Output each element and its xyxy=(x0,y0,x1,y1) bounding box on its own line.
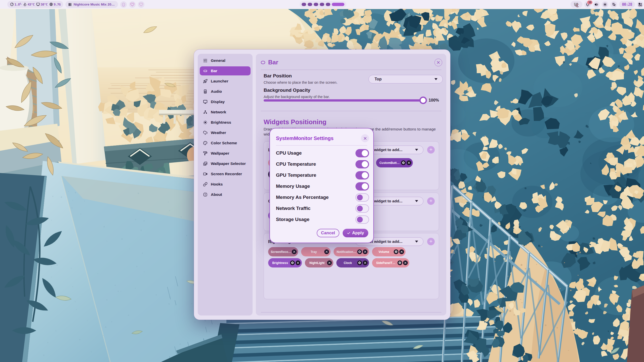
workspace-dot[interactable] xyxy=(308,3,312,6)
widget-chip-tray[interactable]: Tray xyxy=(301,247,331,256)
widget-settings-button[interactable] xyxy=(357,260,362,265)
workspaces-widget xyxy=(300,1,346,8)
info-icon xyxy=(203,192,208,197)
memory-as-percentage-toggle[interactable] xyxy=(355,193,369,202)
network-traffic-toggle[interactable] xyxy=(355,204,369,213)
widget-settings-button[interactable] xyxy=(401,160,406,165)
heart-icon xyxy=(139,3,143,7)
widget-chip-volume[interactable]: Volume xyxy=(372,247,406,256)
remove-widget-button[interactable] xyxy=(296,260,300,265)
close-page-button[interactable] xyxy=(434,59,442,66)
widget-chip-customubutton[interactable]: CustomButt… xyxy=(376,158,413,167)
remove-widget-button[interactable] xyxy=(363,260,368,265)
cava-button[interactable] xyxy=(120,1,127,8)
sliders-icon xyxy=(203,58,208,63)
storage-usage-toggle[interactable] xyxy=(355,215,369,224)
sidebar-item-color-scheme[interactable]: Color Scheme xyxy=(200,139,251,148)
pause-icon xyxy=(69,3,71,6)
widget-chip-nightlight[interactable]: NightLight xyxy=(305,258,333,267)
memory-usage-toggle[interactable] xyxy=(355,182,369,191)
bar-position-select[interactable]: Top xyxy=(369,75,443,83)
favorite-button-2[interactable] xyxy=(138,1,144,8)
sidebar-item-launcher[interactable]: Launcher xyxy=(200,77,251,86)
widget-settings-button[interactable] xyxy=(394,249,398,254)
background-opacity-slider[interactable]: 100% xyxy=(264,96,439,105)
widget-chip-notifications[interactable]: Notification… xyxy=(334,247,369,256)
remove-widget-button[interactable] xyxy=(403,260,408,265)
brightness-button[interactable] xyxy=(602,1,608,8)
sidebar-item-audio[interactable]: Audio xyxy=(200,87,251,96)
widget-settings-button[interactable] xyxy=(397,260,402,265)
widget-settings-button[interactable] xyxy=(290,260,295,265)
cpu-usage-toggle[interactable] xyxy=(355,149,369,157)
sidebar-item-general[interactable]: General xyxy=(200,56,251,65)
topbar-center-group xyxy=(300,1,346,8)
workspace-dot[interactable] xyxy=(326,3,330,6)
system-tray[interactable] xyxy=(571,1,582,8)
sidebar-item-bar[interactable]: Bar xyxy=(200,66,251,75)
remove-widget-button[interactable] xyxy=(324,249,329,254)
clock-widget[interactable]: 00:28 xyxy=(619,1,635,8)
notifications-button[interactable]: 10 xyxy=(584,1,591,8)
sidebar-item-about[interactable]: About xyxy=(200,190,251,199)
sidebar-item-network[interactable]: Network xyxy=(200,108,251,117)
dashboard-button[interactable] xyxy=(637,1,643,8)
sidebar-item-wallpaper[interactable]: Wallpaper xyxy=(200,149,251,158)
widget-chip-label: ScreenReco… xyxy=(270,250,292,254)
divider xyxy=(261,70,441,70)
remove-widget-button[interactable] xyxy=(399,249,404,254)
slider-knob[interactable] xyxy=(419,97,427,104)
pill-icon xyxy=(261,61,265,64)
sidebar-item-hooks[interactable]: Hooks xyxy=(200,180,251,189)
volume-button[interactable] xyxy=(593,1,600,8)
network-icon xyxy=(203,110,208,114)
cancel-button[interactable]: Cancel xyxy=(317,229,339,237)
sidebar-item-brightness[interactable]: Brightness xyxy=(200,118,251,127)
video-camera-icon xyxy=(203,172,208,176)
sidebar-item-wallpaper-selector[interactable]: Wallpaper Selector xyxy=(200,159,251,168)
workspace-dot[interactable] xyxy=(302,3,306,6)
apply-button[interactable]: Apply xyxy=(343,229,368,237)
media-player-widget[interactable]: Nightcore Music Mix 20… xyxy=(65,1,118,8)
memory-value: 9.7G xyxy=(54,3,60,6)
chevron-down-icon xyxy=(434,78,437,80)
widget-chip-label: NightLight xyxy=(307,261,327,265)
remove-widget-button[interactable] xyxy=(292,249,297,254)
palette-icon xyxy=(203,141,208,145)
cpu-temperature-toggle[interactable] xyxy=(355,160,369,168)
nightlight-button[interactable] xyxy=(611,1,617,8)
center-widgets-add-button[interactable]: + xyxy=(427,197,435,205)
widget-chip-brightness[interactable]: Brightness xyxy=(268,258,302,267)
workspace-active[interactable] xyxy=(332,3,344,6)
sidebar-item-display[interactable]: Display xyxy=(200,97,251,106)
favorite-button[interactable] xyxy=(129,1,136,8)
pause-bar xyxy=(70,3,71,6)
sun-icon xyxy=(603,3,607,7)
dialog-close-button[interactable] xyxy=(361,134,369,142)
right-widgets-add-button[interactable]: + xyxy=(427,238,435,245)
toggle-label: Storage Usage xyxy=(276,217,309,222)
remove-widget-button[interactable] xyxy=(407,160,411,165)
toggle-knob xyxy=(357,206,363,211)
sidebar-item-weather[interactable]: Weather xyxy=(200,128,251,137)
dialog-footer: Cancel Apply xyxy=(317,229,368,237)
desktop: 1.8% 43°C 38°C 9.7G Nightcore Music Mix … xyxy=(0,0,644,362)
widget-chip-screenrecorder[interactable]: ScreenReco… xyxy=(268,247,298,256)
system-monitor-widget[interactable]: 1.8% 43°C 38°C 9.7G xyxy=(7,1,63,8)
widget-chip-clock[interactable]: Clock xyxy=(336,258,369,267)
remove-widget-button[interactable] xyxy=(363,249,368,254)
remove-widget-button[interactable] xyxy=(327,260,332,265)
workspace-dot[interactable] xyxy=(320,3,324,6)
right-widgets-row-2: Brightness NightLight Clock SidePanelT… xyxy=(268,258,409,267)
media-title: Nightcore Music Mix 20… xyxy=(73,3,115,6)
divider xyxy=(261,111,441,111)
gear-icon xyxy=(358,250,361,253)
slider-track[interactable] xyxy=(264,99,423,102)
sidebar-item-screen-recorder[interactable]: Screen Recorder xyxy=(200,169,251,178)
workspace-dot[interactable] xyxy=(314,3,318,6)
left-widgets-add-button[interactable]: + xyxy=(427,146,435,154)
widget-chip-sidepanel[interactable]: SidePanelT… xyxy=(372,258,409,267)
gpu-temperature-toggle[interactable] xyxy=(355,171,369,179)
widget-settings-button[interactable] xyxy=(357,249,362,254)
widget-chip-label: Volume xyxy=(374,250,394,254)
